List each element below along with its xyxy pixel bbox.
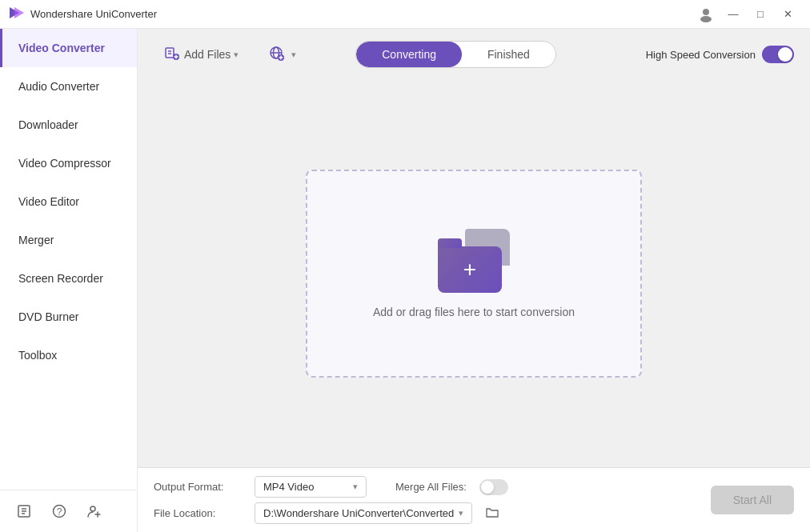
folder-icon: + <box>438 229 510 293</box>
toolbar: Add Files ▾ ▾ Converting Finished <box>138 29 810 80</box>
start-all-button[interactable]: Start All <box>711 486 794 514</box>
drop-zone-container: + Add or drag files here to start conver… <box>138 80 810 467</box>
merge-toggle-knob <box>481 481 494 494</box>
file-location-value: D:\Wondershare UniConverter\Converted <box>263 507 454 519</box>
high-speed-toggle[interactable] <box>762 46 794 63</box>
sidebar-bottom: ? <box>0 490 137 532</box>
merge-files-label: Merge All Files: <box>395 481 467 493</box>
high-speed-toggle-knob <box>778 47 792 62</box>
drop-zone[interactable]: + Add or drag files here to start conver… <box>306 170 642 378</box>
open-folder-icon[interactable] <box>485 505 499 522</box>
profile-button[interactable] <box>693 3 719 26</box>
tab-switcher: Converting Finished <box>355 41 556 68</box>
add-url-icon <box>267 44 285 66</box>
sidebar-item-video-compressor[interactable]: Video Compressor <box>0 144 137 182</box>
svg-text:?: ? <box>57 506 62 518</box>
app-logo <box>10 7 24 22</box>
svg-point-2 <box>703 9 709 15</box>
high-speed-toggle-area: High Speed Conversion <box>646 46 794 63</box>
titlebar: Wondershare UniConverter — □ ✕ <box>0 0 810 29</box>
person-add-icon[interactable] <box>83 500 106 522</box>
content-area: Add Files ▾ ▾ Converting Finished <box>138 29 810 532</box>
add-files-button[interactable]: Add Files ▾ <box>154 38 248 72</box>
window-controls: — □ ✕ <box>693 3 800 26</box>
svg-rect-13 <box>166 48 174 58</box>
minimize-button[interactable]: — <box>720 3 746 26</box>
bottom-bar: Output Format: MP4 Video ▾ Merge All Fil… <box>138 467 810 532</box>
svg-marker-1 <box>14 7 24 18</box>
main-layout: Video Converter Audio Converter Download… <box>0 29 810 532</box>
sidebar-item-audio-converter[interactable]: Audio Converter <box>0 67 137 106</box>
sidebar: Video Converter Audio Converter Download… <box>0 29 138 532</box>
sidebar-item-downloader[interactable]: Downloader <box>0 106 137 144</box>
output-format-label: Output Format: <box>154 481 242 493</box>
sidebar-item-screen-recorder[interactable]: Screen Recorder <box>0 259 137 298</box>
tab-finished[interactable]: Finished <box>462 42 555 67</box>
svg-point-3 <box>700 16 712 22</box>
add-files-icon <box>163 44 181 66</box>
maximize-button[interactable]: □ <box>748 3 773 26</box>
output-format-value: MP4 Video <box>263 481 314 493</box>
sidebar-item-toolbox[interactable]: Toolbox <box>0 336 137 374</box>
sidebar-item-merger[interactable]: Merger <box>0 221 137 259</box>
sidebar-item-video-converter[interactable]: Video Converter <box>0 29 137 67</box>
question-icon[interactable]: ? <box>48 500 70 522</box>
svg-point-10 <box>90 506 95 511</box>
drop-instruction: Add or drag files here to start conversi… <box>373 306 575 318</box>
tab-converting[interactable]: Converting <box>356 42 462 67</box>
file-location-label: File Location: <box>154 507 242 519</box>
sidebar-item-video-editor[interactable]: Video Editor <box>0 182 137 221</box>
close-button[interactable]: ✕ <box>775 3 800 26</box>
app-title: Wondershare UniConverter <box>30 8 693 20</box>
file-location-dropdown-icon: ▾ <box>459 508 463 518</box>
folder-plus-icon: + <box>463 258 476 281</box>
add-url-button[interactable]: ▾ <box>258 38 306 72</box>
add-files-dropdown-icon: ▾ <box>234 50 239 60</box>
bottom-actions: Output Format: MP4 Video ▾ Merge All Fil… <box>154 476 794 524</box>
sidebar-item-dvd-burner[interactable]: DVD Burner <box>0 298 137 336</box>
merge-files-toggle[interactable] <box>479 479 508 495</box>
folder-front: + <box>438 246 502 293</box>
add-url-dropdown-icon: ▾ <box>291 50 296 60</box>
file-location-row: File Location: D:\Wondershare UniConvert… <box>154 502 695 524</box>
high-speed-label: High Speed Conversion <box>646 49 756 61</box>
add-files-label: Add Files <box>184 48 231 61</box>
output-format-row: Output Format: MP4 Video ▾ Merge All Fil… <box>154 476 695 498</box>
file-location-select[interactable]: D:\Wondershare UniConverter\Converted ▾ <box>255 502 472 524</box>
format-select-arrow-icon: ▾ <box>353 482 358 492</box>
output-format-select[interactable]: MP4 Video ▾ <box>255 476 367 498</box>
book-icon[interactable] <box>13 500 35 522</box>
